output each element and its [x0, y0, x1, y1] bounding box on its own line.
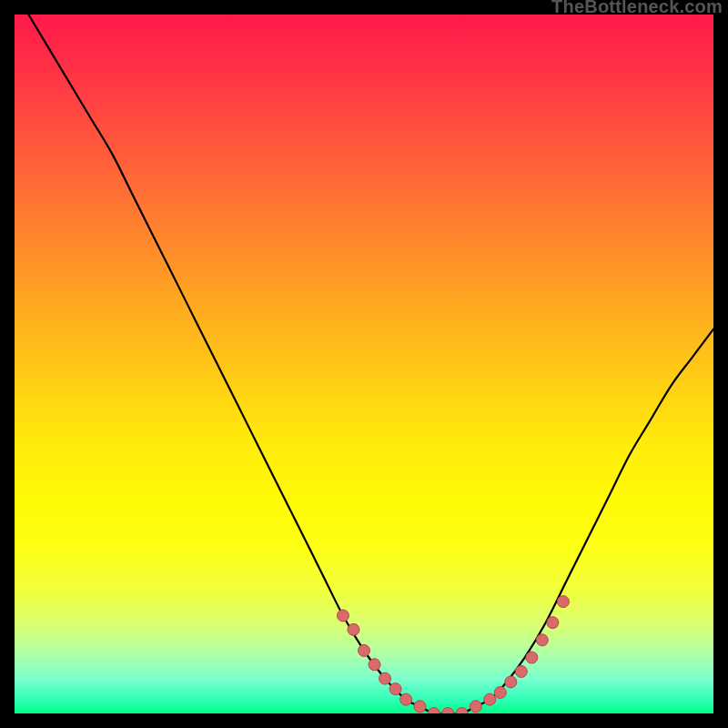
- highlight-point: [456, 708, 468, 714]
- highlight-point: [536, 634, 548, 646]
- bottleneck-curve: [28, 15, 713, 713]
- highlight-point: [547, 617, 559, 629]
- highlight-point: [359, 644, 370, 656]
- highlight-point: [557, 596, 569, 608]
- highlight-point: [379, 672, 391, 684]
- highlight-point: [505, 676, 517, 688]
- highlight-points: [337, 596, 569, 713]
- highlight-point: [348, 623, 359, 635]
- highlight-point: [414, 701, 426, 713]
- highlight-point: [515, 665, 527, 677]
- highlight-point: [442, 708, 454, 714]
- highlight-point: [389, 683, 401, 695]
- chart-svg: [15, 15, 713, 713]
- highlight-point: [484, 693, 496, 705]
- highlight-point: [400, 693, 412, 705]
- plot-area: [15, 15, 713, 713]
- highlight-point: [470, 701, 481, 713]
- highlight-point: [428, 708, 440, 714]
- chart-frame: [15, 15, 713, 713]
- watermark-text: TheBottleneck.com: [551, 0, 723, 17]
- highlight-point: [337, 610, 349, 622]
- highlight-point: [494, 686, 506, 698]
- highlight-point: [526, 652, 538, 663]
- highlight-point: [369, 659, 380, 671]
